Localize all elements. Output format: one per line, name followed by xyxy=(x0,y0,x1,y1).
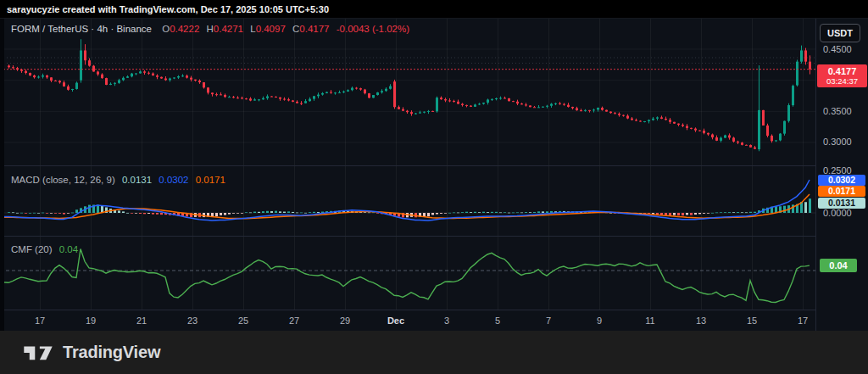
macd-signal-badge: 0.0171 xyxy=(818,186,865,197)
cmf-value-badge: 0.04 xyxy=(820,259,857,272)
high-label: H xyxy=(207,24,214,34)
time-tick-label: 3 xyxy=(444,310,449,331)
price-pane[interactable] xyxy=(0,19,815,166)
time-tick-label: 9 xyxy=(597,310,602,331)
currency-toggle-button[interactable]: USDT xyxy=(820,24,860,42)
macd-legend: MACD (close, 12, 26, 9) 0.0131 0.0302 0.… xyxy=(11,175,225,185)
time-tick-label: 27 xyxy=(289,310,299,331)
pane-separator[interactable] xyxy=(0,165,868,166)
time-tick-label: 7 xyxy=(546,310,551,331)
macd-hist-badge: 0.0131 xyxy=(818,198,865,209)
price-tick-label: 0.3500 xyxy=(823,105,852,117)
cmf-title[interactable]: CMF (20) xyxy=(11,244,53,254)
left-edge-strip xyxy=(0,19,4,331)
attribution-text: sarayucyzie created with TradingView.com… xyxy=(7,4,329,14)
macd-line-value: 0.0302 xyxy=(159,175,188,185)
macd-line-badge: 0.0302 xyxy=(818,175,865,186)
macd-title[interactable]: MACD xyxy=(11,175,40,185)
time-tick-label: 29 xyxy=(340,310,350,331)
price-scale[interactable]: USDT 0.4177 03:24:37 0.0302 0.0171 0.013… xyxy=(815,19,868,331)
time-tick-label: 25 xyxy=(238,310,248,331)
time-tick-label: 17 xyxy=(35,310,45,331)
macd-params: (close, 12, 26, 9) xyxy=(42,175,115,185)
cmf-legend: CMF (20) 0.04 xyxy=(11,244,78,254)
time-tick-label: 11 xyxy=(645,310,654,331)
footer: TradingView xyxy=(0,331,868,374)
last-price-value: 0.4177 xyxy=(817,66,867,76)
time-tick-label: 13 xyxy=(696,310,706,331)
tradingview-wordmark[interactable]: TradingView xyxy=(63,343,160,362)
time-tick-label: 17 xyxy=(798,310,808,331)
open-value: 0.4222 xyxy=(170,24,199,34)
price-tick-label: 0.0000 xyxy=(823,207,852,219)
price-tick-label: 0.4500 xyxy=(823,43,852,55)
high-value: 0.4271 xyxy=(214,24,243,34)
symbol-legend: FORM / TetherUS · 4h · Binance O0.4222 H… xyxy=(11,24,409,34)
time-tick-label: Dec xyxy=(387,310,404,331)
time-tick-label: 15 xyxy=(747,310,757,331)
macd-signal-value: 0.0171 xyxy=(196,175,225,185)
time-tick-label: 21 xyxy=(136,310,147,331)
change-value: -0.0043 (-1.02%) xyxy=(337,24,409,34)
last-price-badge: 0.4177 03:24:37 xyxy=(817,64,867,87)
tradingview-logo-icon[interactable] xyxy=(24,342,53,364)
tradingview-chart-screenshot: sarayucyzie created with TradingView.com… xyxy=(0,0,868,374)
cmf-value: 0.04 xyxy=(59,244,78,254)
attribution-bar: sarayucyzie created with TradingView.com… xyxy=(0,0,868,19)
price-tick-label: 0.3000 xyxy=(823,136,852,148)
macd-hist-value: 0.0131 xyxy=(122,175,152,185)
time-axis[interactable]: 17192123252729Dec357911131517 xyxy=(0,310,868,332)
time-tick-label: 23 xyxy=(187,310,198,331)
low-value: 0.4097 xyxy=(256,24,286,34)
time-tick-label: 19 xyxy=(86,310,96,331)
bar-countdown: 03:24:37 xyxy=(817,76,867,86)
time-tick-label: 5 xyxy=(495,310,500,331)
symbol-title[interactable]: FORM / TetherUS · 4h · Binance xyxy=(11,24,152,34)
chart-area[interactable]: FORM / TetherUS · 4h · Binance O0.4222 H… xyxy=(0,19,868,331)
open-label: O xyxy=(162,24,170,34)
pane-separator[interactable] xyxy=(0,236,868,237)
close-value: 0.4177 xyxy=(299,24,329,34)
cmf-pane[interactable] xyxy=(0,237,815,310)
